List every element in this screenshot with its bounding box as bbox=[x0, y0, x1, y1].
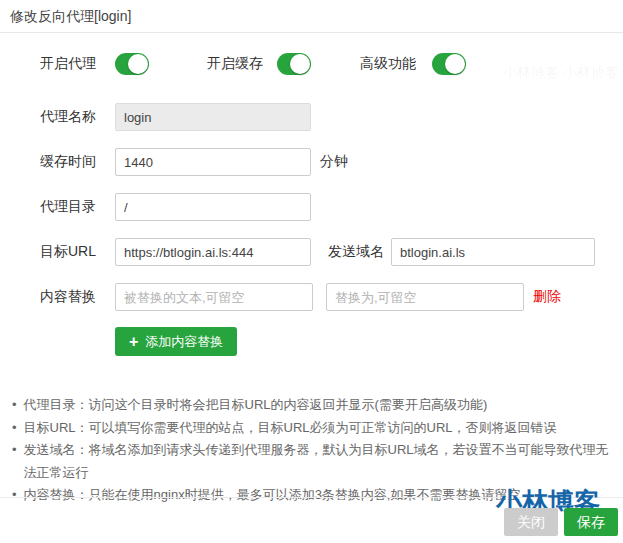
footer-buttons: 关闭 保存 bbox=[504, 508, 618, 536]
enable-proxy-toggle[interactable] bbox=[115, 53, 149, 75]
content-replace-row: 内容替换 删除 bbox=[40, 283, 561, 311]
replace-from-input[interactable] bbox=[115, 283, 313, 311]
proxy-name-label: 代理名称 bbox=[40, 108, 115, 126]
bullet-icon: • bbox=[12, 394, 17, 417]
send-domain-input[interactable] bbox=[391, 238, 595, 266]
save-button[interactable]: 保存 bbox=[564, 508, 618, 536]
dialog-header: 修改反向代理[login] bbox=[0, 0, 623, 33]
replace-to-input[interactable] bbox=[326, 283, 524, 311]
bullet-icon: • bbox=[12, 484, 17, 507]
note-text: 内容替换：只能在使用nginx时提供，最多可以添加3条替换内容,如果不需要替换请… bbox=[24, 484, 521, 507]
enable-cache-toggle[interactable] bbox=[277, 53, 311, 75]
cache-time-row: 缓存时间 分钟 bbox=[40, 148, 348, 176]
reverse-proxy-dialog: 修改反向代理[login] 小林博客 小林博客 开启代理 开启缓存 高级功能 代… bbox=[0, 0, 623, 543]
note-target-url: • 目标URL：可以填写你需要代理的站点，目标URL必须为可正常访问的URL，否… bbox=[0, 417, 615, 440]
add-content-replace-button[interactable]: + 添加内容替换 bbox=[115, 327, 237, 356]
watermark-faint: 小林博客 小林博客 bbox=[503, 64, 619, 82]
target-url-row: 目标URL 发送域名 bbox=[40, 238, 595, 266]
toggle-knob bbox=[290, 54, 310, 74]
delete-replace-link[interactable]: 删除 bbox=[533, 288, 561, 306]
note-text: 代理目录：访问这个目录时将会把目标URL的内容返回并显示(需要开启高级功能) bbox=[24, 394, 488, 417]
plus-icon: + bbox=[129, 334, 138, 350]
note-text: 发送域名：将域名添加到请求头传递到代理服务器，默认为目标URL域名，若设置不当可… bbox=[24, 439, 615, 484]
advanced-toggle[interactable] bbox=[432, 53, 466, 75]
bullet-icon: • bbox=[12, 417, 17, 440]
toggle-knob bbox=[445, 54, 465, 74]
content-replace-label: 内容替换 bbox=[40, 288, 115, 306]
enable-cache-label: 开启缓存 bbox=[207, 55, 277, 73]
cache-time-label: 缓存时间 bbox=[40, 153, 115, 171]
note-send-domain: • 发送域名：将域名添加到请求头传递到代理服务器，默认为目标URL域名，若设置不… bbox=[0, 439, 615, 484]
target-url-input[interactable] bbox=[115, 238, 311, 266]
proxy-name-row: 代理名称 bbox=[40, 103, 311, 131]
target-url-label: 目标URL bbox=[40, 243, 115, 261]
proxy-dir-row: 代理目录 bbox=[40, 193, 311, 221]
cache-time-unit: 分钟 bbox=[320, 153, 348, 171]
send-domain-label: 发送域名 bbox=[328, 243, 391, 261]
toggle-knob bbox=[128, 54, 148, 74]
proxy-dir-label: 代理目录 bbox=[40, 198, 115, 216]
proxy-name-input bbox=[115, 103, 311, 131]
add-content-replace-label: 添加内容替换 bbox=[145, 333, 223, 351]
cache-time-input[interactable] bbox=[115, 148, 311, 176]
advanced-label: 高级功能 bbox=[360, 55, 432, 73]
enable-proxy-label: 开启代理 bbox=[40, 55, 115, 73]
note-text: 目标URL：可以填写你需要代理的站点，目标URL必须为可正常访问的URL，否则将… bbox=[24, 417, 557, 440]
close-button[interactable]: 关闭 bbox=[504, 508, 558, 536]
note-proxy-dir: • 代理目录：访问这个目录时将会把目标URL的内容返回并显示(需要开启高级功能) bbox=[0, 394, 615, 417]
dialog-title: 修改反向代理[login] bbox=[10, 0, 131, 32]
toggles-row: 开启代理 开启缓存 高级功能 bbox=[40, 53, 466, 75]
bullet-icon: • bbox=[12, 439, 17, 484]
proxy-dir-input[interactable] bbox=[115, 193, 311, 221]
